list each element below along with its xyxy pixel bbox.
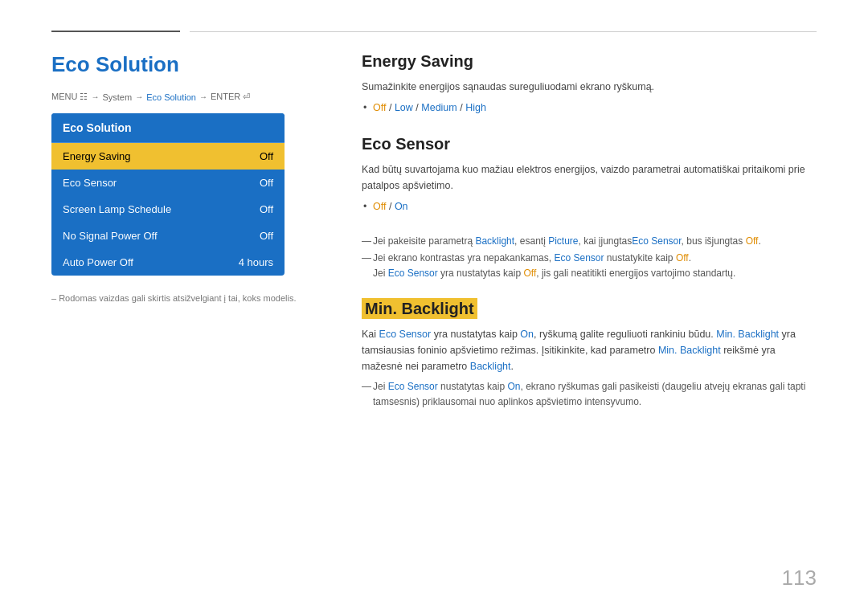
min-bl-ref: Min. Backlight — [716, 329, 779, 340]
menu-item-label: Screen Lamp Schedule — [63, 203, 171, 215]
bullet-text-medium: Medium — [421, 102, 457, 113]
page-title: Eco Solution — [51, 52, 325, 77]
section-desc-eco-sensor: Kad būtų suvartojama kuo mažiau elektros… — [362, 161, 817, 194]
menu-item-no-signal[interactable]: No Signal Power Off Off — [51, 223, 285, 249]
menu-item-label: Energy Saving — [63, 150, 131, 162]
note-off2: Off — [676, 252, 689, 264]
bullet-sep: / — [389, 102, 395, 113]
menu-item-value: 4 hours — [239, 256, 273, 268]
menu-item-auto-power[interactable]: Auto Power Off 4 hours — [51, 249, 285, 276]
menu-item-value: Off — [260, 150, 273, 162]
menu-item-label: Eco Sensor — [63, 177, 117, 189]
menu-item-label: Auto Power Off — [63, 256, 133, 268]
menu-item-value: Off — [260, 177, 273, 189]
section-title-min-backlight: Min. Backlight — [362, 300, 817, 318]
note-item-2: Jei ekrano kontrastas yra nepakankamas, … — [362, 251, 817, 281]
top-line-left — [51, 31, 180, 32]
top-decorative-lines — [51, 31, 817, 32]
menu-header: Eco Solution — [51, 113, 285, 143]
breadcrumb-menu: MENU ☷ — [51, 92, 88, 102]
section-title-eco-sensor: Eco Sensor — [362, 135, 817, 153]
menu-item-value: Off — [260, 230, 273, 242]
menu-item-eco-sensor[interactable]: Eco Sensor Off — [51, 170, 285, 196]
section-min-backlight: Min. Backlight Kai Eco Sensor yra nustat… — [362, 300, 817, 410]
breadcrumb: MENU ☷ → System → Eco Solution → ENTER ⏎ — [51, 92, 325, 102]
note-list-min-backlight: Jei Eco Sensor nustatytas kaip On, ekran… — [362, 379, 817, 410]
top-line-right — [190, 31, 817, 32]
note-eco: Eco Sensor — [632, 235, 681, 247]
bullet-text-off: Off — [373, 102, 386, 113]
menu-item-screen-lamp[interactable]: Screen Lamp Schedule Off — [51, 196, 285, 223]
note-item-min: Jei Eco Sensor nustatytas kaip On, ekran… — [362, 379, 817, 410]
eco-sensor-note: Eco Sensor — [388, 381, 438, 392]
page-number: 113 — [782, 566, 817, 591]
min-backlight-highlight: Min. Backlight — [362, 298, 477, 319]
section-eco-sensor: Eco Sensor Kad būtų suvartojama kuo maži… — [362, 135, 817, 282]
note-off1: Off — [746, 235, 759, 247]
menu-box: Eco Solution Energy Saving Off Eco Senso… — [51, 113, 285, 276]
bullet-item: Off / Low / Medium / High — [373, 100, 817, 116]
min-bl-ref2: Min. Backlight — [658, 345, 721, 356]
bullet-on: On — [395, 201, 408, 212]
bullet-off: Off — [373, 201, 386, 212]
breadcrumb-enter: ENTER ⏎ — [211, 92, 250, 102]
section-desc-energy-saving: Sumažinkite energijos sąnaudas sureguliu… — [362, 79, 817, 95]
note-picture: Picture — [548, 235, 578, 247]
backlight-ref: Backlight — [470, 361, 511, 372]
breadcrumb-eco: Eco Solution — [146, 92, 196, 102]
bullet-list-eco-sensor: Off / On — [362, 198, 817, 215]
breadcrumb-arrow1: → — [91, 92, 99, 101]
bullet-text-low: Low — [395, 102, 413, 113]
note-eco3: Eco Sensor — [388, 268, 438, 279]
note-backlight: Backlight — [475, 235, 514, 247]
section-energy-saving: Energy Saving Sumažinkite energijos sąna… — [362, 52, 817, 116]
breadcrumb-arrow3: → — [199, 92, 207, 101]
left-panel: Eco Solution MENU ☷ → System → Eco Solut… — [51, 52, 325, 303]
section-desc-min-backlight: Kai Eco Sensor yra nustatytas kaip On, r… — [362, 326, 817, 374]
eco-sensor-ref: Eco Sensor — [379, 329, 432, 340]
note-list-eco-sensor: Jei pakeisite parametrą Backlight, esant… — [362, 234, 817, 282]
note-eco2: Eco Sensor — [554, 252, 604, 264]
breadcrumb-system: System — [102, 92, 132, 102]
note-item-1: Jei pakeisite parametrą Backlight, esant… — [362, 234, 817, 249]
breadcrumb-arrow2: → — [135, 92, 143, 101]
bullet-text-high: High — [465, 102, 486, 113]
menu-item-energy-saving[interactable]: Energy Saving Off — [51, 143, 285, 170]
bullet-item-eco: Off / On — [373, 198, 817, 215]
note-off3: Off — [523, 268, 536, 279]
bullet-list-energy-saving: Off / Low / Medium / High — [362, 100, 817, 116]
on-ref: On — [520, 329, 534, 340]
bullet-sep: / — [389, 201, 395, 212]
right-panel: Energy Saving Sumažinkite energijos sąna… — [362, 52, 817, 427]
menu-item-label: No Signal Power Off — [63, 230, 158, 242]
menu-item-value: Off — [260, 203, 273, 215]
on-note: On — [507, 381, 520, 392]
section-title-energy-saving: Energy Saving — [362, 52, 817, 71]
footnote: – Rodomas vaizdas gali skirtis atsižvelg… — [51, 293, 325, 303]
